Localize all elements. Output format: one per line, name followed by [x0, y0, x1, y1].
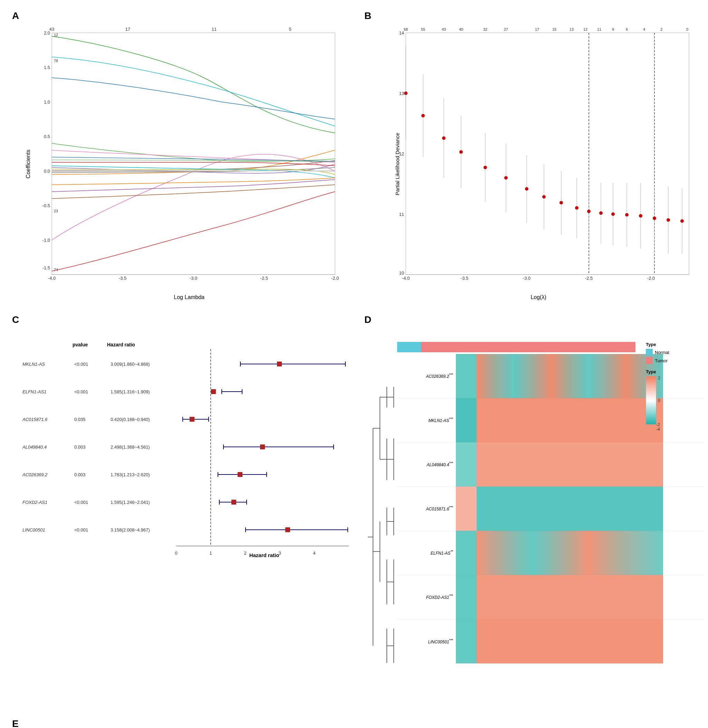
svg-rect-151	[456, 442, 477, 487]
svg-rect-160	[477, 619, 663, 663]
svg-rect-98	[277, 361, 282, 367]
panel-d-legend: Type Normal Tumor Type	[646, 342, 701, 432]
heatmap-bar-5	[456, 531, 663, 575]
heatmap-bar-4	[456, 487, 663, 531]
legend-tumor: Tumor	[646, 357, 701, 364]
svg-point-80	[625, 213, 628, 216]
heatmap-row-7: LINC00501***	[397, 619, 705, 663]
svg-text:-4.0: -4.0	[48, 276, 56, 281]
svg-rect-152	[477, 442, 663, 487]
panel-a-x-label: Log Lambda	[174, 294, 205, 300]
forest-plot-svg: 0 1 2 3 4 MKLN1-AS <0.001 3.009(1.860~4.…	[21, 349, 349, 556]
svg-text:13: 13	[399, 91, 404, 96]
gene-label-1: AC026369.2***	[397, 373, 456, 379]
svg-text:17: 17	[125, 27, 130, 32]
svg-rect-114	[238, 472, 242, 477]
svg-point-64	[504, 176, 508, 180]
svg-text:68: 68	[404, 27, 408, 32]
pval-5: 0.003	[74, 472, 86, 477]
svg-rect-110	[260, 444, 265, 449]
svg-text:15: 15	[552, 27, 556, 32]
heatmap-bar-1	[456, 354, 663, 398]
svg-text:4: 4	[643, 27, 645, 32]
svg-text:1: 1	[209, 551, 212, 556]
svg-rect-122	[285, 527, 290, 532]
svg-text:-2: -2	[656, 422, 660, 427]
svg-text:14: 14	[399, 30, 404, 36]
panel-b-x-label: Log(λ)	[531, 294, 546, 300]
forest-col-pvalue: pvalue	[73, 342, 107, 347]
svg-text:10: 10	[399, 270, 404, 276]
hr-6: 1.595(1.246~2.041)	[110, 500, 150, 505]
svg-point-82	[639, 214, 643, 218]
svg-text:-2.0: -2.0	[647, 276, 655, 281]
panel-a-label: A	[12, 10, 19, 22]
panel-e: E AC015871.6 AC026369.2	[10, 718, 356, 728]
legend-scale-label: Type	[646, 369, 701, 374]
svg-text:12: 12	[399, 151, 404, 157]
svg-point-78	[611, 212, 615, 216]
svg-text:0.0: 0.0	[44, 168, 50, 174]
svg-point-54	[404, 91, 408, 95]
forest-header: pvalue Hazard ratio	[21, 342, 352, 347]
svg-rect-0	[52, 33, 335, 274]
gene-1: MKLN1-AS	[22, 361, 45, 367]
main-container: A Coefficients 2.0 1.5 1.0 0.5 0.0 -0.5 …	[0, 0, 708, 728]
svg-text:23: 23	[54, 209, 58, 213]
pval-1: <0.001	[74, 361, 88, 367]
gene-7: LINC00501	[22, 527, 45, 532]
legend-type-label: Type	[646, 342, 701, 347]
gene-label-4: AC015871.6***	[397, 506, 456, 512]
svg-text:43: 43	[442, 27, 446, 32]
forest-col-hr: Hazard ratio	[107, 342, 176, 347]
svg-text:11: 11	[212, 27, 216, 32]
svg-text:-2.0: -2.0	[331, 276, 339, 281]
pval-3: 0.035	[74, 417, 86, 422]
svg-rect-106	[190, 417, 194, 422]
svg-text:-3.5: -3.5	[461, 276, 468, 281]
panel-d-label: D	[364, 314, 371, 325]
heatmap-row-3: AL049840.4***	[397, 442, 705, 487]
hr-1: 3.009(1.860~4.868)	[110, 361, 150, 367]
gene-2: ELFN1-AS1	[22, 389, 46, 394]
hr-7: 3.158(2.008~4.967)	[110, 527, 150, 532]
svg-point-70	[560, 201, 563, 204]
gene-label-6: FOXD2-AS1***	[397, 594, 456, 600]
panel-a-svg: 2.0 1.5 1.0 0.5 0.0 -0.5 -1.0 -1.5 -4.0 …	[31, 26, 349, 295]
svg-point-68	[542, 195, 546, 199]
panel-b-label: B	[364, 10, 371, 22]
legend-color-scale: 2 0 -2 -4	[646, 376, 663, 431]
panel-c-label: C	[12, 314, 19, 325]
svg-text:0: 0	[175, 551, 177, 556]
svg-text:-2.5: -2.5	[260, 276, 268, 281]
svg-rect-102	[211, 389, 216, 394]
svg-text:5: 5	[289, 27, 291, 32]
heatmap-bar-3	[456, 442, 663, 487]
svg-rect-149	[456, 398, 477, 442]
svg-text:0: 0	[658, 398, 660, 403]
svg-point-58	[442, 136, 445, 140]
svg-text:11: 11	[399, 212, 404, 217]
legend-normal-label: Normal	[655, 350, 669, 355]
pval-7: <0.001	[74, 527, 88, 532]
svg-point-74	[587, 210, 590, 213]
svg-rect-156	[477, 531, 663, 575]
svg-text:11: 11	[597, 27, 601, 32]
svg-rect-159	[456, 619, 477, 663]
svg-rect-161	[646, 376, 656, 425]
panel-e-label: E	[12, 718, 19, 728]
svg-rect-154	[477, 487, 663, 531]
svg-text:1.5: 1.5	[44, 65, 50, 70]
gene-label-5: ELFN1-AS**	[397, 550, 456, 556]
svg-text:27: 27	[504, 27, 508, 32]
svg-point-56	[421, 114, 425, 117]
normal-bar	[397, 342, 421, 352]
heatmap-row-4: AC015871.6***	[397, 487, 705, 531]
top-row: A Coefficients 2.0 1.5 1.0 0.5 0.0 -0.5 …	[10, 10, 708, 307]
svg-text:4: 4	[313, 551, 315, 556]
panel-a-y-label: Coefficients	[25, 149, 32, 178]
svg-text:9: 9	[612, 27, 614, 32]
svg-text:32: 32	[483, 27, 487, 32]
panel-d: D	[363, 314, 708, 711]
svg-point-60	[459, 150, 463, 154]
